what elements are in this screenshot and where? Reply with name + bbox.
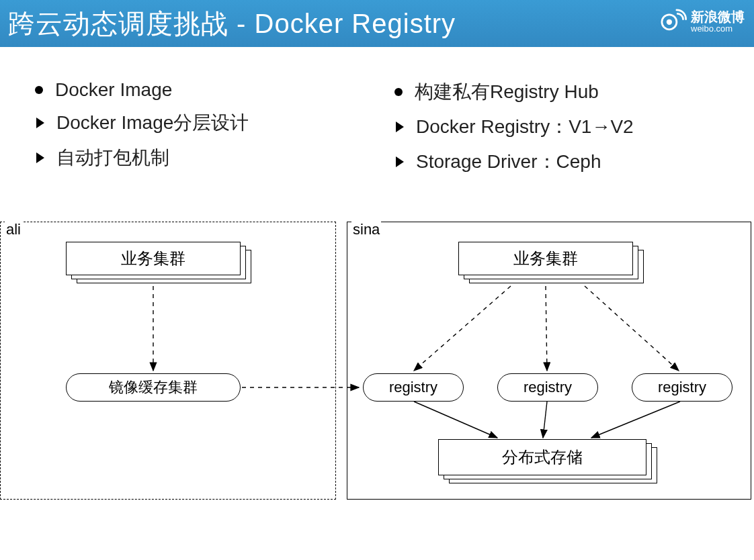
slide-title: 跨云动态调度挑战 - Docker Registry [8, 5, 456, 42]
right-column: 构建私有Registry Hub Docker Registry：V1 → V2… [394, 79, 727, 184]
bullet-auto-packaging: 自动打包机制 [35, 145, 368, 171]
weibo-eye-icon [657, 5, 687, 38]
registry-node-3: registry [632, 373, 732, 402]
bullet-storage-driver: Storage Driver：Ceph [394, 149, 727, 175]
ali-business-cluster: 业务集群 [66, 242, 254, 289]
arrow-right-icon: → [591, 116, 610, 138]
bullet-private-registry: 构建私有Registry Hub [394, 79, 727, 105]
architecture-diagram: ali sina 业务集群 镜像缓存集群 业务集群 registry regis… [0, 222, 754, 510]
slide-header: 跨云动态调度挑战 - Docker Registry 新浪微博 weibo.co… [0, 0, 754, 47]
bullet-columns: Docker Image Docker Image分层设计 自动打包机制 构建私… [0, 47, 754, 184]
sina-business-cluster: 业务集群 [458, 242, 646, 289]
registry-node-1: registry [363, 373, 464, 402]
logo-text-en: weibo.com [691, 24, 745, 34]
bullet-docker-image: Docker Image [35, 79, 368, 101]
bullet-layered-design: Docker Image分层设计 [35, 110, 368, 136]
svg-point-1 [667, 19, 672, 25]
cache-cluster: 镜像缓存集群 [66, 373, 241, 402]
registry-node-2: registry [497, 373, 598, 402]
logo-text-cn: 新浪微博 [691, 10, 745, 24]
bullet-registry-version: Docker Registry：V1 → V2 [394, 114, 727, 140]
weibo-logo: 新浪微博 weibo.com [657, 5, 745, 38]
ali-label: ali [5, 221, 22, 238]
distributed-storage: 分布式存储 [438, 439, 660, 489]
left-column: Docker Image Docker Image分层设计 自动打包机制 [35, 79, 368, 184]
sina-label: sina [351, 221, 381, 238]
